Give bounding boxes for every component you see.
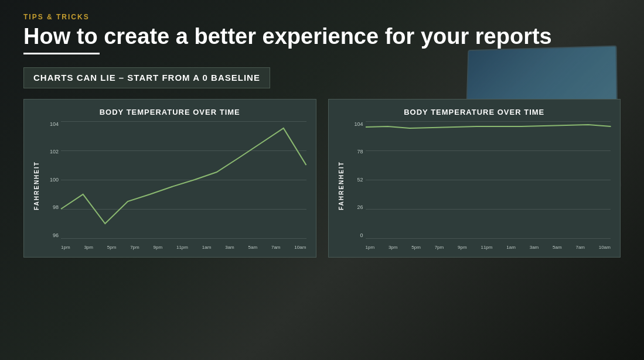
y-tick-r-26: 26 [348, 204, 366, 210]
chart-right: BODY TEMPERATURE OVER TIME FAHRENHEIT 0 … [328, 99, 621, 258]
x-tick-r-9pm: 9pm [458, 245, 467, 250]
title-underline [23, 53, 100, 54]
y-tick-96: 96 [43, 232, 61, 238]
x-tick-r-3am: 3am [530, 245, 539, 250]
y-tick-98: 98 [43, 204, 61, 210]
chart-left-inner: 96 98 100 102 104 [43, 121, 306, 250]
x-tick-r-7am: 7am [575, 245, 585, 250]
section-banner: CHARTS CAN LIE – START FROM A 0 BASELINE [23, 67, 270, 88]
x-tick-11pm: 11pm [176, 245, 188, 250]
x-tick-r-3pm: 3pm [389, 245, 398, 250]
y-tick-r-0: 0 [348, 232, 366, 238]
main-content: TIPS & TRICKS How to create a better exp… [0, 0, 644, 269]
y-tick-r-52: 52 [348, 177, 366, 183]
chart-right-y-label: FAHRENHEIT [338, 121, 345, 250]
x-tick-5am: 5am [248, 245, 258, 250]
y-tick-102: 102 [43, 149, 61, 155]
x-tick-5pm: 5pm [107, 245, 117, 250]
chart-left: BODY TEMPERATURE OVER TIME FAHRENHEIT 96… [23, 99, 316, 258]
chart-left-x-ticks: 1pm 3pm 5pm 7pm 9pm 11pm 1am 3am 5am 7am… [61, 238, 306, 250]
x-tick-r-11pm: 11pm [481, 245, 492, 250]
section-banner-text: CHARTS CAN LIE – START FROM A 0 BASELINE [33, 73, 260, 83]
chart-right-x-ticks: 1pm 3pm 5pm 7pm 9pm 11pm 1am 3am 5am 7am… [366, 238, 611, 250]
x-tick-1pm: 1pm [61, 245, 70, 250]
x-tick-9pm: 9pm [154, 245, 163, 250]
x-tick-3am: 3am [225, 245, 234, 250]
x-tick-r-7pm: 7pm [435, 245, 444, 250]
y-tick-r-104: 104 [348, 121, 366, 127]
x-tick-r-1pm: 1pm [366, 245, 375, 250]
charts-row: BODY TEMPERATURE OVER TIME FAHRENHEIT 96… [23, 99, 621, 258]
x-tick-3pm: 3pm [84, 245, 93, 250]
chart-left-title: BODY TEMPERATURE OVER TIME [33, 108, 306, 116]
y-tick-r-78: 78 [348, 149, 366, 155]
chart-left-y-label: FAHRENHEIT [33, 121, 40, 250]
x-tick-7pm: 7pm [130, 245, 139, 250]
x-tick-7am: 7am [271, 245, 281, 250]
x-tick-10am: 10am [294, 245, 306, 250]
chart-right-title: BODY TEMPERATURE OVER TIME [338, 108, 611, 116]
y-tick-100: 100 [43, 177, 61, 183]
chart-left-plot [61, 121, 306, 238]
chart-right-area: FAHRENHEIT 0 26 52 78 104 [338, 121, 611, 250]
chart-right-svg [366, 121, 611, 238]
chart-right-y-ticks: 0 26 52 78 104 [348, 121, 366, 238]
chart-left-y-ticks: 96 98 100 102 104 [43, 121, 61, 238]
tips-label: TIPS & TRICKS [23, 13, 621, 21]
x-tick-r-1am: 1am [506, 245, 516, 250]
x-tick-r-5am: 5am [553, 245, 562, 250]
chart-left-area: FAHRENHEIT 96 98 100 102 104 [33, 121, 306, 250]
x-tick-r-10am: 10am [599, 245, 611, 250]
chart-right-plot [366, 121, 611, 238]
chart-left-svg [61, 121, 306, 238]
x-tick-r-5pm: 5pm [411, 245, 421, 250]
chart-right-inner: 0 26 52 78 104 [348, 121, 611, 250]
main-title: How to create a better experience for yo… [23, 25, 621, 49]
x-tick-1am: 1am [202, 245, 212, 250]
y-tick-104: 104 [43, 121, 61, 127]
